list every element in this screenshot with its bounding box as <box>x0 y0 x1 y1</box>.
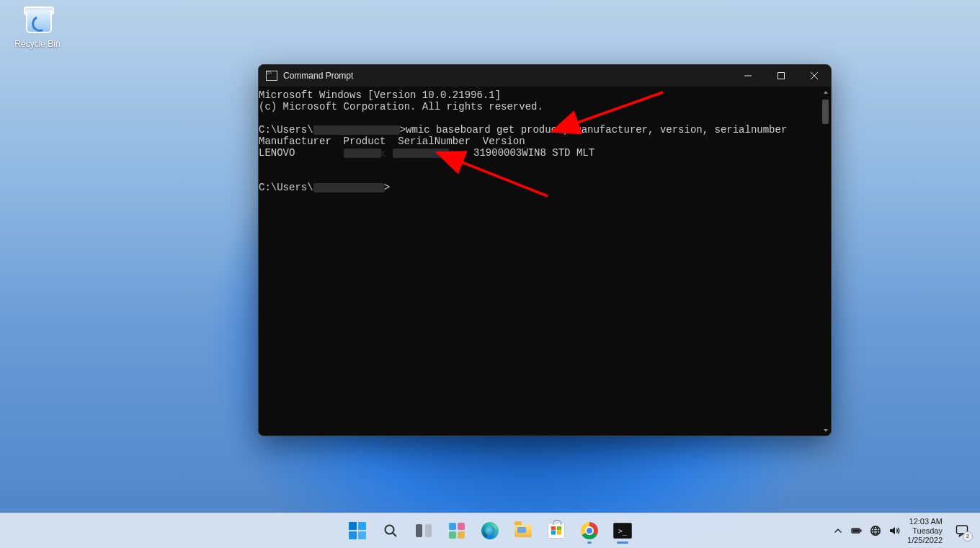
maximize-button[interactable] <box>765 65 798 87</box>
widgets-button[interactable] <box>442 516 471 545</box>
minimize-button[interactable] <box>731 65 765 87</box>
start-button[interactable] <box>343 516 372 545</box>
terminal-output[interactable]: Microsoft Windows [Version 10.0.21996.1]… <box>259 87 819 436</box>
edge-icon <box>481 522 499 539</box>
svg-point-3 <box>386 526 394 534</box>
scrollbar-thumb[interactable] <box>822 100 829 124</box>
window-title: Command Prompt <box>283 71 353 81</box>
taskbar[interactable]: >_ 12:03 AM Tuesday 1/25/2022 2 <box>0 513 980 548</box>
command-prompt-window[interactable]: Command Prompt Microsoft Windows [Versio… <box>258 64 832 436</box>
clock-date: 1/25/2022 <box>907 536 943 545</box>
taskbar-clock[interactable]: 12:03 AM Tuesday 1/25/2022 <box>907 517 943 545</box>
task-view-icon <box>416 524 432 537</box>
command-prompt-icon: >_ <box>613 523 632 539</box>
edge-button[interactable] <box>476 516 504 545</box>
chrome-button[interactable] <box>575 516 604 545</box>
command-prompt-icon <box>266 71 277 81</box>
volume-icon[interactable] <box>888 525 900 536</box>
search-button[interactable] <box>376 516 405 545</box>
battery-icon[interactable] <box>851 525 863 536</box>
tray-overflow-button[interactable] <box>832 525 844 536</box>
svg-rect-6 <box>860 530 862 532</box>
desktop-icon-recycle-bin[interactable]: Recycle Bin <box>10 4 65 49</box>
recycle-bin-icon <box>22 4 53 36</box>
desktop[interactable]: Recycle Bin Command Prompt Microsoft Win… <box>0 0 980 548</box>
desktop-icon-label: Recycle Bin <box>10 39 65 49</box>
command-prompt-taskbar-button[interactable]: >_ <box>608 516 637 545</box>
redacted-product: XXXXXXX <box>344 149 381 158</box>
network-icon[interactable] <box>870 525 881 536</box>
search-icon <box>383 523 398 538</box>
file-explorer-button[interactable] <box>509 516 538 545</box>
svg-rect-7 <box>852 529 859 532</box>
system-tray[interactable]: 12:03 AM Tuesday 1/25/2022 2 <box>832 517 974 545</box>
scroll-up-button[interactable] <box>822 89 829 95</box>
titlebar[interactable]: Command Prompt <box>259 65 831 87</box>
close-button[interactable] <box>798 65 831 87</box>
redacted-username: XXXXXXXXXXXX <box>313 183 384 193</box>
clock-time: 12:03 AM <box>907 517 943 526</box>
task-view-button[interactable] <box>409 516 438 545</box>
svg-rect-0 <box>778 73 785 79</box>
chrome-icon <box>581 522 598 539</box>
microsoft-store-icon <box>548 523 565 539</box>
file-explorer-icon <box>514 524 532 537</box>
notification-badge: 2 <box>963 531 973 542</box>
notification-center-button[interactable]: 2 <box>950 518 974 543</box>
clock-day: Tuesday <box>907 526 943 536</box>
redacted-username: XXXXXXXXXXXXXX <box>313 125 400 135</box>
taskbar-center: >_ <box>343 516 637 545</box>
scroll-down-button[interactable] <box>822 427 829 433</box>
microsoft-store-button[interactable] <box>542 516 571 545</box>
redacted-serial: XXXXXXXXXX <box>393 149 449 158</box>
svg-line-4 <box>393 533 396 536</box>
widgets-icon <box>449 523 465 539</box>
vertical-scrollbar[interactable] <box>819 87 831 436</box>
